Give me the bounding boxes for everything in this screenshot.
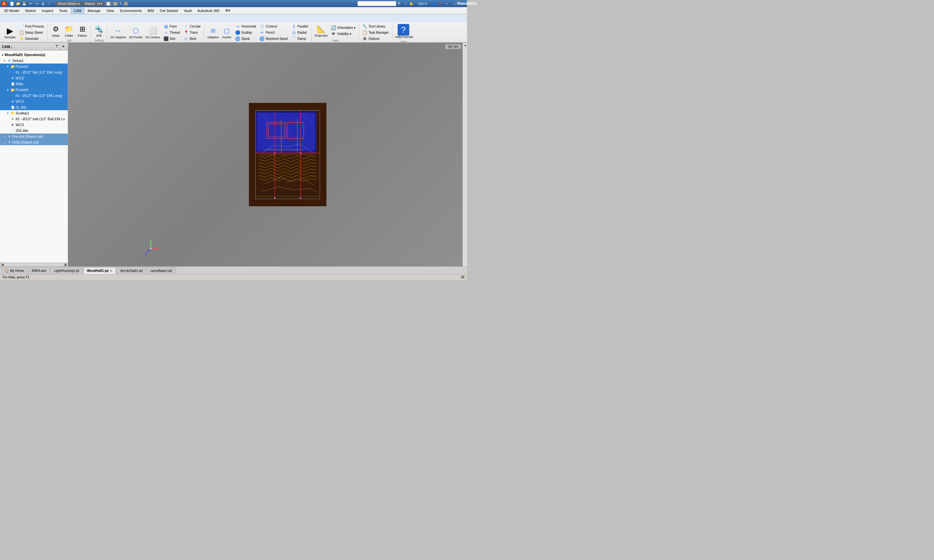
scallop1-expander[interactable]: ▼	[6, 111, 10, 115]
tree-scallop1-size[interactable]: 📄 256.4kb	[0, 128, 68, 134]
workspace-selector[interactable]: Wood (Walnu ▾	[56, 2, 82, 6]
horizontal-btn[interactable]: ═Horizontal	[234, 23, 257, 29]
options-btn[interactable]: ⚙Options	[361, 35, 390, 42]
tab-ark4[interactable]: ARK4.iam	[28, 267, 50, 274]
projection-btn[interactable]: 📐 Projection	[314, 23, 328, 38]
param-btn[interactable]: ≡	[123, 2, 128, 6]
tab-lampbase[interactable]: LampBase1.ipt	[146, 267, 176, 274]
menu-environments[interactable]: Environments	[117, 8, 144, 13]
menu-autodesk-360[interactable]: Autodesk 360	[195, 8, 222, 13]
2d-adaptive-btn[interactable]: ↔ 2D Adaptive	[109, 25, 127, 40]
parallel-btn[interactable]: ∥Parallel	[290, 23, 310, 29]
minimize-btn[interactable]: ─	[443, 1, 450, 6]
app-icon[interactable]: A	[1, 1, 6, 6]
qa-open[interactable]: 📁	[15, 1, 21, 6]
qa-redo[interactable]: ↪	[34, 1, 40, 6]
menu-cam[interactable]: CAM	[71, 8, 84, 14]
visibility-btn[interactable]: 👁Visibility ▾	[330, 31, 357, 37]
tab-my-home[interactable]: 🏠 My Home	[1, 267, 28, 274]
scroll-left[interactable]: ◀	[1, 263, 4, 266]
spiral-btn[interactable]: 🌀Spiral	[234, 35, 257, 42]
pocket2-expander[interactable]: ▼	[6, 88, 10, 92]
tree-pocket1-wcs[interactable]: ⊕ WCS	[0, 75, 68, 81]
cam-panel-help[interactable]: ?	[54, 44, 59, 49]
right-panel-collapse[interactable]: ◀	[462, 43, 467, 266]
tree-pocket1-tool[interactable]: ■ #1 - Ø1/2" flat (1/2" EM Long)	[0, 69, 68, 75]
menu-sketch[interactable]: Sketch	[22, 8, 39, 13]
task-manager-btn[interactable]: 📋Task Manager	[361, 29, 390, 35]
woodhalf1-close[interactable]: ✕	[110, 269, 113, 272]
morphed-spiral-btn[interactable]: 🌀Morphed Spiral	[258, 35, 289, 42]
circular-btn[interactable]: ○Circular	[182, 23, 202, 29]
qa-save[interactable]: 💾	[22, 1, 27, 6]
menu-get-started[interactable]: Get Started	[157, 8, 180, 13]
tree-setup1[interactable]: ▼ ⚙ Setup1	[0, 58, 68, 63]
menu-3d-model[interactable]: 3D Model	[1, 8, 22, 13]
pocket1-expander[interactable]: ▼	[6, 65, 10, 68]
tree-pocket1[interactable]: ▼ 📁 Pocket1	[0, 63, 68, 69]
2d-contour-btn[interactable]: ⬜ 2D Contour	[144, 25, 161, 40]
tree-scallop1-tool[interactable]: ■ #2 - Ø1/2" ball (1/2" Ball EM Lo	[0, 116, 68, 122]
tab-woodhalf1[interactable]: WoodHalf1.ipt ✕	[83, 267, 116, 274]
qa-new[interactable]: 📄	[9, 1, 15, 6]
subscribe-btn[interactable]: ☆	[403, 1, 408, 6]
tree-pocket2-size[interactable]: 📄 31.3kb	[0, 105, 68, 110]
radial-btn[interactable]: ◎Radial	[290, 29, 310, 35]
bore-btn[interactable]: ⊙Bore	[182, 35, 202, 42]
2d-pocket-btn[interactable]: ⬡ 2D Pocket	[128, 25, 143, 40]
tree-scallop1-wcs[interactable]: ⊕ WCS	[0, 122, 68, 128]
drill2-expander[interactable]: +	[3, 140, 6, 144]
qa-undo[interactable]: ↩	[28, 1, 33, 6]
menu-tools[interactable]: Tools	[56, 8, 70, 13]
menu-more[interactable]: ⚙▾	[222, 8, 233, 13]
ramp-btn[interactable]: ⌒Ramp	[290, 35, 310, 42]
search-btn[interactable]: 🔍	[397, 1, 402, 6]
tree-pocket2-wcs[interactable]: ⊕ WCS	[0, 98, 68, 105]
pattern-btn[interactable]: ⊞ Pattern	[76, 23, 89, 38]
scroll-track[interactable]	[5, 263, 63, 266]
set-current-btn[interactable]: SET Ø1	[445, 44, 461, 49]
tree-root[interactable]: ◆ WoodHalf1 Operation(s)	[0, 52, 68, 58]
drill-btn[interactable]: 🔩 Drill	[93, 23, 105, 38]
slot-btn[interactable]: ⬛Slot	[162, 35, 181, 42]
setup-btn[interactable]: ⚙ Setup	[49, 23, 62, 38]
qa-properties[interactable]: ⚙	[46, 1, 52, 6]
alerts-btn[interactable]: 🔔	[408, 1, 414, 6]
tab-acrylicslab[interactable]: AcrylicSlab1.ipt	[117, 267, 146, 274]
material-selector[interactable]: Walnut - N ▾	[83, 2, 105, 6]
tree-pocket1-size[interactable]: 📄 49kb	[0, 81, 68, 87]
folder-btn[interactable]: 📁 Folder	[63, 23, 75, 38]
contour-btn[interactable]: ⬡Contour	[258, 23, 289, 29]
tree-predrill[interactable]: + ⬇ Pre-drill [Rapid out]	[0, 134, 68, 139]
settings-btn[interactable]: ⚙	[113, 2, 118, 6]
search-input[interactable]	[358, 1, 396, 6]
generate-btn[interactable]: ⚡Generate	[17, 35, 45, 42]
scroll-right[interactable]: ▶	[64, 263, 67, 266]
scallop-btn[interactable]: 🔵Scallop	[234, 29, 257, 35]
predrill-expander[interactable]: +	[3, 134, 6, 138]
face-btn[interactable]: ▦Face	[162, 23, 181, 29]
post-process-btn[interactable]: 📄Post Process	[17, 23, 45, 29]
menu-inspect[interactable]: Inspect	[39, 8, 56, 13]
menu-manage[interactable]: Manage	[85, 8, 103, 13]
orientation-btn[interactable]: 🔄Orientation ▾	[330, 25, 357, 31]
menu-bim[interactable]: BIM	[145, 8, 157, 13]
cam-panel-close[interactable]: ✕	[61, 44, 66, 49]
tab-lighthousing[interactable]: LightHousing1.ipt	[51, 267, 83, 274]
pencil-btn[interactable]: ✏Pencil	[258, 29, 289, 35]
tool-library-btn[interactable]: 🔧Tool Library	[361, 23, 390, 29]
trace-btn[interactable]: 📍Trace	[182, 29, 202, 35]
menu-vault[interactable]: Vault	[181, 8, 194, 13]
help-btn[interactable]: ❓	[437, 1, 442, 6]
qa-print[interactable]: 🖨	[40, 1, 46, 6]
help-tutorials-btn[interactable]: ? Help/Tutorials	[395, 23, 413, 40]
3d-pocket-btn[interactable]: ◻ Pocket	[220, 25, 233, 40]
tree-drill2[interactable]: + ⬇ Drill2 [Rapid out]	[0, 139, 68, 145]
3d-adaptive-btn[interactable]: ≋ Adaptive	[206, 25, 220, 40]
sign-in-btn[interactable]: Sign In	[415, 1, 431, 6]
tree-pocket2-tool[interactable]: ■ #1 - Ø1/2" flat (1/2" EM Long)	[0, 93, 68, 98]
menu-view[interactable]: View	[104, 8, 117, 13]
tree-scallop1[interactable]: ▼ 📁 Scallop1	[0, 110, 68, 116]
share-btn[interactable]: 👤	[432, 1, 436, 6]
setup1-expander[interactable]: ▼	[3, 58, 6, 63]
